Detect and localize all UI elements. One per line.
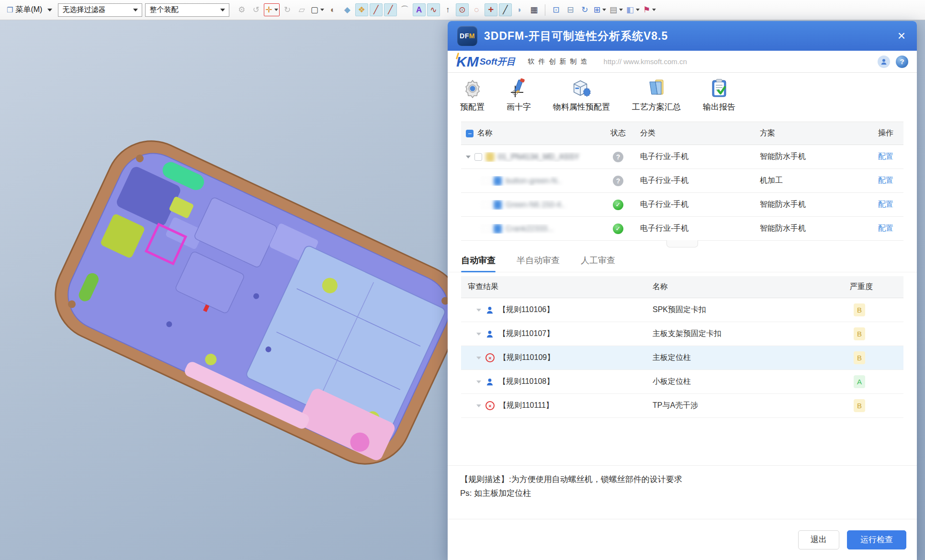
output-report-button[interactable]: 输出报告 — [703, 78, 735, 112]
expand-caret-icon[interactable] — [476, 357, 481, 359]
collapse-handle[interactable] — [666, 240, 698, 247]
help-icon[interactable]: ? — [896, 56, 908, 68]
error-icon: × — [485, 353, 495, 362]
severity-badge: B — [854, 303, 865, 316]
dialog-titlebar[interactable]: DFM 3DDFM-开目可制造性分析系统V8.5 × — [448, 21, 917, 51]
rule-row[interactable]: 【规则110108】 小板定位柱 A — [461, 370, 903, 394]
results-area: 审查结果 名称 严重度 【规则110106】 SPK预固定卡扣 B 【规则110… — [448, 272, 917, 465]
kmsoft-logo-text: Soft开目 — [480, 56, 516, 68]
row-checkbox[interactable] — [474, 153, 482, 161]
multiview-icon[interactable]: ⊞ — [593, 3, 607, 16]
spline-icon[interactable]: ∿ — [427, 3, 440, 16]
process-plan-summary-button[interactable]: 工艺方案汇总 — [632, 78, 681, 112]
expand-caret-icon[interactable] — [476, 309, 481, 312]
shaded-cube-icon[interactable]: ◧ — [625, 3, 641, 16]
paste-icon[interactable]: ▱ — [295, 3, 308, 16]
part-name: button-green-N.. — [506, 177, 562, 185]
rule-name: SPK预固定卡扣 — [653, 305, 706, 315]
polyline-tool-icon[interactable]: ╱ — [384, 3, 397, 16]
expand-caret-icon[interactable] — [476, 333, 481, 336]
selection-box-icon[interactable]: ▢ — [310, 3, 325, 16]
pattern-move-icon[interactable]: ❖ — [355, 3, 368, 16]
tab-manual-review[interactable]: 人工审查 — [581, 255, 615, 272]
table-row[interactable]: 01_PN4134_MD_ASSY ? 电子行业-手机 智能防水手机 配置 — [461, 145, 903, 169]
configure-link[interactable]: 配置 — [878, 152, 893, 162]
user-review-icon — [485, 378, 494, 386]
rule-name: TP与A壳干涉 — [653, 401, 698, 411]
rule-id: 【规则110111】 — [499, 401, 553, 411]
line-tool-icon[interactable]: ╱ — [370, 3, 383, 16]
tab-semi-auto-review[interactable]: 半自动审查 — [517, 255, 560, 272]
part-icon — [494, 176, 502, 186]
row-checkbox[interactable] — [482, 177, 490, 185]
tab-auto-review[interactable]: 自动审查 — [461, 255, 496, 272]
row-checkbox[interactable] — [482, 201, 490, 209]
exit-button[interactable]: 退出 — [798, 530, 839, 549]
preconfig-button[interactable]: 预配置 — [460, 78, 485, 112]
close-icon[interactable]: × — [896, 29, 907, 43]
process-plan-summary-label: 工艺方案汇总 — [632, 101, 681, 112]
expand-caret-icon[interactable] — [466, 156, 471, 158]
table-grid-icon[interactable]: ▦ — [528, 3, 541, 16]
rule-row[interactable]: 【规则110106】 SPK预固定卡扣 B — [461, 298, 903, 322]
box-gear-icon — [571, 78, 592, 99]
orient-icon[interactable]: ↺ — [249, 3, 262, 16]
col-rule-name: 名称 — [653, 282, 668, 292]
circle-points-icon[interactable]: ◌ — [470, 3, 483, 16]
move-component-icon[interactable]: ✛ — [264, 3, 279, 16]
material-preconfig-button[interactable]: 物料属性预配置 — [553, 78, 610, 112]
assembly-scope-select[interactable]: 整个装配 — [145, 3, 229, 17]
spline-text-icon[interactable]: A — [413, 3, 426, 16]
part-category: 电子行业-手机 — [640, 176, 688, 186]
rule-row[interactable]: × 【规则110109】 主板定位柱 B — [461, 346, 903, 370]
rule-row[interactable]: × 【规则110111】 TP与A壳干涉 B — [461, 394, 903, 418]
sketch-line-icon[interactable]: ╱ — [499, 3, 512, 16]
row-checkbox[interactable] — [482, 225, 490, 233]
severity-badge: B — [854, 399, 865, 412]
surface-icon[interactable]: ◗ — [513, 3, 526, 16]
rule-description-line1: 【规则描述】:为方便使用自动螺丝机，锁螺丝部件的设计要求 — [460, 472, 917, 486]
selection-filter-select[interactable]: 无选择过滤器 — [58, 3, 142, 17]
severity-badge: A — [854, 375, 865, 388]
sphere-icon[interactable]: ◐ — [327, 3, 339, 16]
pan-icon[interactable]: ⊟ — [564, 3, 577, 16]
col-severity: 严重度 — [850, 282, 873, 292]
configure-link[interactable]: 配置 — [878, 200, 893, 210]
zoom-window-icon[interactable]: ⊡ — [550, 3, 563, 16]
status-ok-icon: ✓ — [613, 224, 623, 234]
configure-link[interactable]: 配置 — [878, 176, 893, 186]
cube-icon[interactable]: ◆ — [341, 3, 354, 16]
table-row[interactable]: button-green-N.. ? 电子行业-手机 机加工 配置 — [461, 169, 903, 193]
col-name: 名称 — [477, 128, 493, 138]
severity-badge: B — [854, 351, 865, 364]
tool-icons: ⚙ ↺ ✛ ↻ ▱ ▢ ◐ ◆ ❖ ╱ ╱ ⌒ A ∿ ↑ ⊙ ◌ + ╱ ◗ … — [235, 3, 657, 16]
section-flag-icon[interactable]: ⚑ — [642, 3, 657, 16]
parts-table: − 名称 状态 分类 方案 操作 01_PN4134_MD_ASSY ? 电子行… — [461, 122, 903, 241]
run-check-button[interactable]: 运行检查 — [847, 530, 906, 549]
results-table-header: 审查结果 名称 严重度 — [461, 276, 903, 298]
user-avatar-icon[interactable] — [878, 56, 890, 68]
select-all-checkbox[interactable]: − — [466, 130, 474, 137]
pencil-cross-icon — [508, 78, 530, 99]
exploded-view-icon[interactable]: ⚙ — [235, 3, 248, 16]
point-tool-icon[interactable]: + — [485, 3, 497, 16]
rule-row[interactable]: 【规则110107】 主板支架预固定卡扣 B — [461, 322, 903, 346]
expand-caret-icon[interactable] — [476, 381, 481, 383]
status-unknown-icon: ? — [613, 152, 623, 162]
rotate-component-icon[interactable]: ↻ — [281, 3, 294, 16]
table-row[interactable]: Green-N6.150-4.. ✓ 电子行业-手机 智能防水手机 配置 — [461, 193, 903, 217]
render-style-icon[interactable]: ▤ — [609, 3, 624, 16]
configure-link[interactable]: 配置 — [878, 224, 893, 234]
draw-cross-button[interactable]: 画十字 — [507, 78, 531, 112]
menu-button[interactable]: ❐ 菜单(M) — [4, 4, 55, 16]
rule-name: 小板定位柱 — [653, 377, 691, 387]
axis-icon[interactable]: ↑ — [441, 3, 454, 16]
expand-caret-icon[interactable] — [476, 404, 481, 407]
folders-icon — [646, 78, 667, 99]
status-ok-icon: ✓ — [613, 200, 623, 210]
arc-tool-icon[interactable]: ⌒ — [398, 3, 411, 16]
orbit-icon[interactable]: ↻ — [578, 3, 591, 16]
circle-center-icon[interactable]: ⊙ — [456, 3, 469, 16]
dfm-logo-df: DF — [460, 32, 469, 40]
table-row[interactable]: Crank22333... ✓ 电子行业-手机 智能防水手机 配置 — [461, 217, 903, 241]
